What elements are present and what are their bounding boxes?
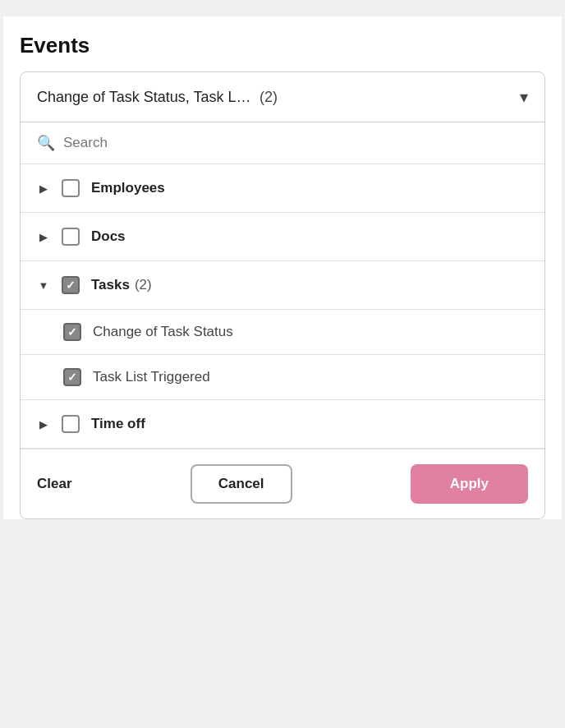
clear-button[interactable]: Clear <box>37 476 72 492</box>
category-row-employees[interactable]: ▶ Employees <box>21 164 544 213</box>
page-title: Events <box>20 33 545 58</box>
sub-row-task-list-triggered[interactable]: Task List Triggered <box>21 355 544 400</box>
checkbox-task-list-triggered[interactable] <box>63 368 81 386</box>
category-row-time-off[interactable]: ▶ Time off <box>21 400 544 449</box>
checkbox-employees[interactable] <box>62 179 80 197</box>
expand-icon-time-off: ▶ <box>37 418 50 431</box>
search-input[interactable] <box>63 135 528 151</box>
category-label-tasks: Tasks <box>91 277 130 293</box>
category-label-employees: Employees <box>91 180 165 196</box>
sub-label-change-task-status: Change of Task Status <box>93 324 233 340</box>
dropdown-trigger[interactable]: Change of Task Status, Task L… (2) ▾ <box>21 72 544 122</box>
chevron-down-icon: ▾ <box>520 87 528 107</box>
expand-icon-tasks: ▼ <box>37 279 50 292</box>
checkbox-change-task-status[interactable] <box>63 323 81 341</box>
events-dropdown: Change of Task Status, Task L… (2) ▾ 🔍 ▶… <box>20 71 545 519</box>
search-icon: 🔍 <box>37 134 55 152</box>
dropdown-trigger-badge: (2) <box>260 89 278 105</box>
footer-row: Clear Cancel Apply <box>21 449 544 518</box>
category-row-tasks[interactable]: ▼ Tasks (2) <box>21 261 544 310</box>
sub-label-task-list-triggered: Task List Triggered <box>93 369 210 385</box>
search-row: 🔍 <box>21 122 544 164</box>
expand-icon-employees: ▶ <box>37 182 50 195</box>
dropdown-trigger-text: Change of Task Status, Task L… <box>37 89 250 105</box>
category-label-time-off: Time off <box>91 416 145 432</box>
checkbox-docs[interactable] <box>62 228 80 246</box>
checkbox-time-off[interactable] <box>62 415 80 433</box>
category-row-docs[interactable]: ▶ Docs <box>21 213 544 261</box>
cancel-button[interactable]: Cancel <box>191 464 292 504</box>
category-count-tasks: (2) <box>135 277 152 293</box>
checkbox-tasks[interactable] <box>62 276 80 294</box>
apply-button[interactable]: Apply <box>411 464 528 504</box>
expand-icon-docs: ▶ <box>37 231 50 243</box>
dropdown-panel: 🔍 ▶ Employees ▶ Docs ▼ Tasks (2) <box>21 122 544 518</box>
category-label-docs: Docs <box>91 228 126 245</box>
sub-row-change-task-status[interactable]: Change of Task Status <box>21 310 544 355</box>
